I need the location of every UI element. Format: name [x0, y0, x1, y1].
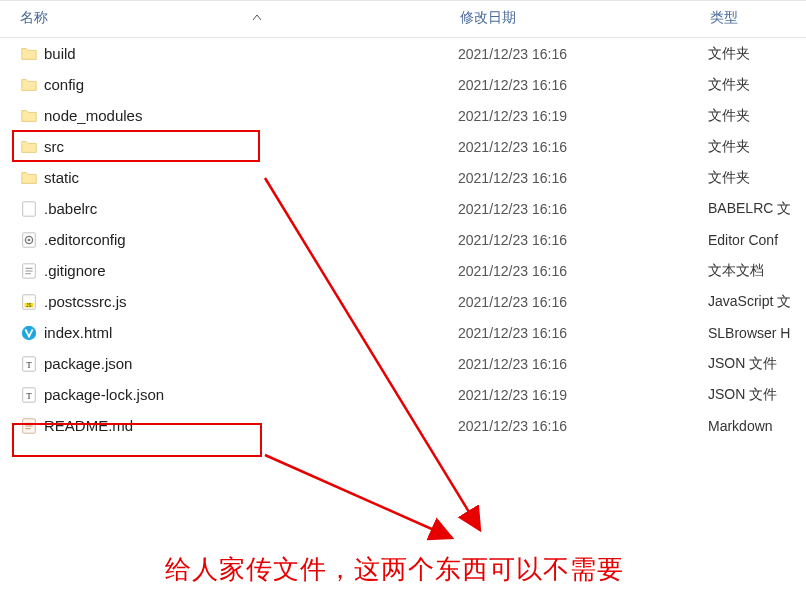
file-date: 2021/12/23 16:19 — [458, 387, 708, 403]
file-date: 2021/12/23 16:16 — [458, 325, 708, 341]
file-icon — [20, 231, 44, 249]
file-list: build2021/12/23 16:16文件夹config2021/12/23… — [0, 38, 806, 441]
file-name: node_modules — [44, 107, 458, 124]
file-date: 2021/12/23 16:16 — [458, 46, 708, 62]
file-name: package-lock.json — [44, 386, 458, 403]
file-type: BABELRC 文 — [708, 200, 806, 218]
file-name: .babelrc — [44, 200, 458, 217]
file-name: .editorconfig — [44, 231, 458, 248]
file-date: 2021/12/23 16:16 — [458, 418, 708, 434]
file-date: 2021/12/23 16:16 — [458, 294, 708, 310]
file-row[interactable]: config2021/12/23 16:16文件夹 — [0, 69, 806, 100]
svg-text:T: T — [26, 390, 32, 400]
svg-text:T: T — [26, 359, 32, 369]
file-type: 文件夹 — [708, 107, 806, 125]
file-icon: T — [20, 386, 44, 404]
file-name: .gitignore — [44, 262, 458, 279]
file-name: config — [44, 76, 458, 93]
column-header-date[interactable]: 修改日期 — [460, 9, 710, 27]
file-date: 2021/12/23 16:16 — [458, 201, 708, 217]
file-icon: JS — [20, 293, 44, 311]
file-icon — [20, 417, 44, 435]
file-icon — [20, 262, 44, 280]
file-type: 文件夹 — [708, 45, 806, 63]
folder-icon — [20, 107, 44, 125]
file-icon: T — [20, 355, 44, 373]
folder-icon — [20, 138, 44, 156]
column-header-name[interactable]: 名称 — [0, 9, 460, 27]
svg-rect-0 — [23, 201, 36, 215]
file-type: JSON 文件 — [708, 386, 806, 404]
svg-text:JS: JS — [26, 302, 31, 307]
column-header-date-label: 修改日期 — [460, 9, 516, 25]
file-name: package.json — [44, 355, 458, 372]
folder-icon — [20, 45, 44, 63]
file-name: build — [44, 45, 458, 62]
file-date: 2021/12/23 16:16 — [458, 232, 708, 248]
file-date: 2021/12/23 16:16 — [458, 263, 708, 279]
folder-icon — [20, 169, 44, 187]
file-date: 2021/12/23 16:19 — [458, 108, 708, 124]
file-type: 文件夹 — [708, 169, 806, 187]
annotation-text: 给人家传文件，这两个东西可以不需要 — [165, 552, 624, 587]
svg-point-3 — [28, 238, 31, 241]
file-date: 2021/12/23 16:16 — [458, 139, 708, 155]
file-date: 2021/12/23 16:16 — [458, 356, 708, 372]
sort-caret-icon — [252, 10, 262, 26]
file-name: README.md — [44, 417, 458, 434]
file-row[interactable]: build2021/12/23 16:16文件夹 — [0, 38, 806, 69]
file-type: 文件夹 — [708, 76, 806, 94]
file-row[interactable]: src2021/12/23 16:16文件夹 — [0, 131, 806, 162]
column-header-name-label: 名称 — [20, 9, 48, 25]
file-row[interactable]: node_modules2021/12/23 16:19文件夹 — [0, 100, 806, 131]
file-date: 2021/12/23 16:16 — [458, 77, 708, 93]
folder-icon — [20, 76, 44, 94]
svg-line-21 — [265, 455, 452, 538]
file-date: 2021/12/23 16:16 — [458, 170, 708, 186]
file-type: Markdown — [708, 418, 806, 434]
file-row[interactable]: static2021/12/23 16:16文件夹 — [0, 162, 806, 193]
file-name: .postcssrc.js — [44, 293, 458, 310]
file-row[interactable]: Tpackage.json2021/12/23 16:16JSON 文件 — [0, 348, 806, 379]
file-row[interactable]: .editorconfig2021/12/23 16:16Editor Conf — [0, 224, 806, 255]
column-header-type[interactable]: 类型 — [710, 9, 806, 27]
file-type: 文本文档 — [708, 262, 806, 280]
file-type: SLBrowser H — [708, 325, 806, 341]
file-row[interactable]: .babelrc2021/12/23 16:16BABELRC 文 — [0, 193, 806, 224]
file-type: Editor Conf — [708, 232, 806, 248]
file-row[interactable]: JS.postcssrc.js2021/12/23 16:16JavaScrip… — [0, 286, 806, 317]
file-icon — [20, 324, 44, 342]
file-row[interactable]: .gitignore2021/12/23 16:16文本文档 — [0, 255, 806, 286]
file-name: index.html — [44, 324, 458, 341]
file-row[interactable]: index.html2021/12/23 16:16SLBrowser H — [0, 317, 806, 348]
file-type: JSON 文件 — [708, 355, 806, 373]
file-name: src — [44, 138, 458, 155]
file-row[interactable]: Tpackage-lock.json2021/12/23 16:19JSON 文… — [0, 379, 806, 410]
column-header-type-label: 类型 — [710, 9, 738, 25]
file-type: 文件夹 — [708, 138, 806, 156]
file-name: static — [44, 169, 458, 186]
file-icon — [20, 200, 44, 218]
file-type: JavaScript 文 — [708, 293, 806, 311]
column-header-row: 名称 修改日期 类型 — [0, 0, 806, 38]
file-row[interactable]: README.md2021/12/23 16:16Markdown — [0, 410, 806, 441]
